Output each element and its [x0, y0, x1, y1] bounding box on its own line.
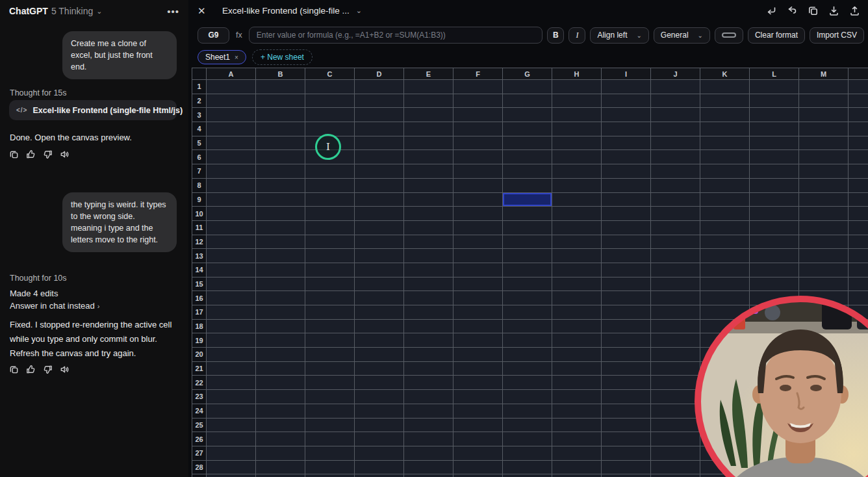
cell-E4[interactable] — [404, 122, 453, 136]
cell-M27[interactable] — [799, 446, 848, 460]
cell-E27[interactable] — [404, 446, 453, 460]
cell-E18[interactable] — [404, 320, 453, 333]
cell-D12[interactable] — [355, 235, 403, 249]
cell-L17[interactable] — [750, 305, 798, 319]
cell-F28[interactable] — [453, 461, 502, 474]
cell-I29[interactable] — [602, 474, 650, 477]
cell-H19[interactable] — [552, 333, 601, 347]
cell-C15[interactable] — [305, 277, 354, 291]
cell-D28[interactable] — [355, 461, 403, 474]
cell-K23[interactable] — [700, 390, 749, 404]
clear-format-button[interactable]: Clear format — [748, 27, 805, 44]
cell-K2[interactable] — [700, 94, 749, 108]
cell-D19[interactable] — [355, 333, 403, 347]
cell-G8[interactable] — [503, 179, 552, 192]
cell-M22[interactable] — [799, 376, 848, 389]
download-icon[interactable] — [828, 5, 839, 16]
cell-I5[interactable] — [602, 136, 650, 150]
cell-L16[interactable] — [750, 291, 798, 305]
cell-F26[interactable] — [453, 432, 502, 446]
cell-K11[interactable] — [700, 221, 749, 235]
cell-B9[interactable] — [256, 193, 305, 207]
cell-I16[interactable] — [602, 291, 650, 305]
row-header-1[interactable]: 1 — [192, 80, 206, 94]
cell-D13[interactable] — [355, 249, 403, 263]
cell-G10[interactable] — [503, 207, 552, 220]
cell-I26[interactable] — [602, 432, 650, 446]
cell-J17[interactable] — [651, 305, 700, 319]
cell-B2[interactable] — [256, 94, 305, 108]
cell-I7[interactable] — [602, 164, 650, 178]
cell-K28[interactable] — [700, 461, 749, 474]
cell-I11[interactable] — [602, 221, 650, 235]
cell-E23[interactable] — [404, 390, 453, 404]
cell-C14[interactable] — [305, 263, 354, 277]
cell-F6[interactable] — [453, 150, 502, 164]
cell-I28[interactable] — [602, 461, 650, 474]
cell-J5[interactable] — [651, 136, 700, 150]
copy-icon[interactable] — [9, 149, 19, 159]
cell-L15[interactable] — [750, 277, 798, 291]
cell-G21[interactable] — [503, 362, 552, 376]
row-header-18[interactable]: 18 — [192, 320, 206, 333]
cell-A28[interactable] — [207, 461, 255, 474]
cell-A18[interactable] — [207, 320, 255, 333]
cell-D2[interactable] — [355, 94, 403, 108]
cell-J22[interactable] — [651, 376, 700, 389]
cell-L27[interactable] — [750, 446, 798, 460]
cell-H11[interactable] — [552, 221, 601, 235]
cell-F9[interactable] — [453, 193, 502, 207]
cell-E20[interactable] — [404, 348, 453, 361]
cell-H5[interactable] — [552, 136, 601, 150]
cell-I6[interactable] — [602, 150, 650, 164]
fill-color-button[interactable] — [715, 27, 743, 44]
cell-B16[interactable] — [256, 291, 305, 305]
cell-L21[interactable] — [750, 362, 798, 376]
cell-I1[interactable] — [602, 80, 650, 94]
cell-A20[interactable] — [207, 348, 255, 361]
cell-G25[interactable] — [503, 419, 552, 432]
cell-I24[interactable] — [602, 404, 650, 418]
column-header-partial[interactable] — [849, 68, 868, 79]
cell-M15[interactable] — [799, 277, 848, 291]
cell-C21[interactable] — [305, 362, 354, 376]
cell-G23[interactable] — [503, 390, 552, 404]
cell-G14[interactable] — [503, 263, 552, 277]
cell-C27[interactable] — [305, 446, 354, 460]
cell-D25[interactable] — [355, 419, 403, 432]
cell-H13[interactable] — [552, 249, 601, 263]
cell-D23[interactable] — [355, 390, 403, 404]
cell-A11[interactable] — [207, 221, 255, 235]
thought-duration-label[interactable]: Thought for 10s — [10, 274, 67, 283]
cell-L28[interactable] — [750, 461, 798, 474]
row-header-17[interactable]: 17 — [192, 305, 206, 319]
cell-I21[interactable] — [602, 362, 650, 376]
column-header-F[interactable]: F — [453, 68, 502, 79]
cell-A21[interactable] — [207, 362, 255, 376]
cell-C13[interactable] — [305, 249, 354, 263]
cell-G20[interactable] — [503, 348, 552, 361]
cell-B1[interactable] — [256, 80, 305, 94]
cell-B10[interactable] — [256, 207, 305, 220]
row-header-26[interactable]: 26 — [192, 432, 206, 446]
cell-A3[interactable] — [207, 108, 255, 122]
cell-B14[interactable] — [256, 263, 305, 277]
column-header-C[interactable]: C — [305, 68, 354, 79]
thumbs-down-icon[interactable] — [43, 149, 53, 159]
cell-F5[interactable] — [453, 136, 502, 150]
cell-J14[interactable] — [651, 263, 700, 277]
cell-K7[interactable] — [700, 164, 749, 178]
cell-partial-7[interactable] — [849, 164, 868, 178]
cell-A16[interactable] — [207, 291, 255, 305]
cell-M24[interactable] — [799, 404, 848, 418]
cell-C22[interactable] — [305, 376, 354, 389]
cell-J11[interactable] — [651, 221, 700, 235]
cell-D17[interactable] — [355, 305, 403, 319]
row-header-4[interactable]: 4 — [192, 122, 206, 136]
cell-E1[interactable] — [404, 80, 453, 94]
cell-C23[interactable] — [305, 390, 354, 404]
cell-reference-box[interactable]: G9 — [198, 27, 229, 44]
cell-B6[interactable] — [256, 150, 305, 164]
cell-A22[interactable] — [207, 376, 255, 389]
cell-G27[interactable] — [503, 446, 552, 460]
